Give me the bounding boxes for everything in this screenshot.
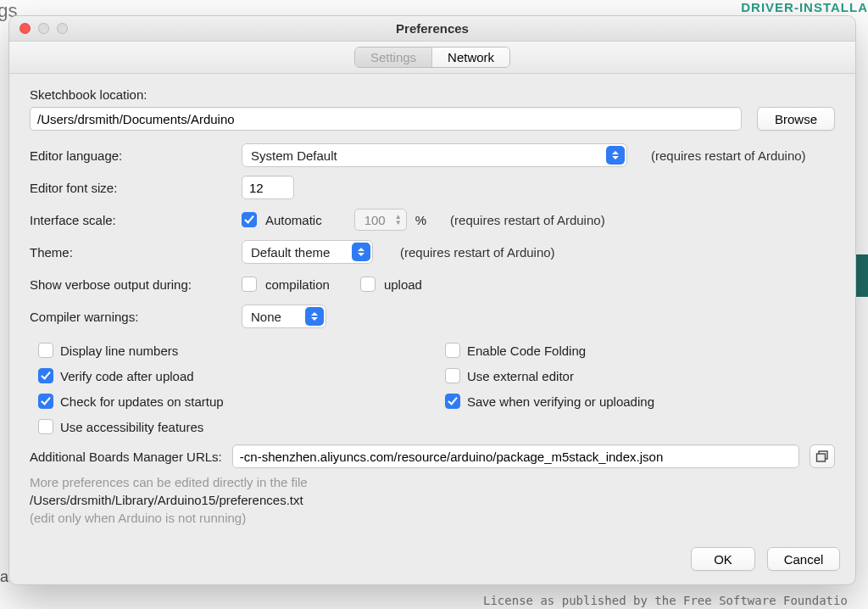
editor-language-select[interactable]: System Default — [242, 143, 627, 167]
accessibility-label: Use accessibility features — [60, 420, 203, 434]
bg-fragment-right: DRIVER-INSTALLA — [741, 0, 868, 14]
verbose-upload-label: upload — [384, 277, 422, 292]
theme-value: Default theme — [251, 245, 330, 260]
editor-language-label: Editor language: — [30, 148, 233, 163]
scale-stepper[interactable]: ▲▼ — [354, 209, 407, 231]
editor-language-value: System Default — [251, 148, 337, 163]
verify-after-upload-checkbox[interactable] — [38, 368, 53, 383]
compiler-warnings-label: Compiler warnings: — [30, 310, 233, 324]
theme-restart-note: (requires restart of Arduino) — [400, 245, 555, 260]
save-when-verifying-label: Save when verifying or uploading — [467, 394, 654, 409]
compiler-warnings-select[interactable]: None — [242, 304, 326, 328]
check-updates-checkbox[interactable] — [38, 394, 53, 409]
more-prefs-note: More preferences can be edited directly … — [30, 475, 835, 489]
tab-network[interactable]: Network — [431, 47, 509, 67]
cancel-button[interactable]: Cancel — [767, 547, 840, 571]
dialog-footer: OK Cancel — [9, 540, 855, 584]
check-updates-label: Check for updates on startup — [60, 394, 224, 409]
code-folding-checkbox[interactable] — [445, 343, 460, 358]
display-line-numbers-checkbox[interactable] — [38, 343, 53, 358]
bg-accent-bar — [855, 254, 868, 297]
tab-settings[interactable]: Settings — [355, 47, 431, 67]
chevron-updown-icon — [352, 243, 370, 261]
font-size-input[interactable] — [242, 176, 294, 199]
expand-urls-button[interactable] — [810, 444, 835, 468]
external-editor-checkbox[interactable] — [445, 368, 460, 383]
verbose-compilation-label: compilation — [265, 277, 330, 292]
svg-rect-1 — [817, 454, 826, 461]
boards-urls-label: Additional Boards Manager URLs: — [30, 450, 222, 464]
window-stack-icon — [815, 450, 829, 463]
content-area: Sketchbook location: Browse Editor langu… — [9, 74, 855, 540]
verbose-compilation-checkbox[interactable] — [242, 277, 257, 292]
boards-urls-input[interactable] — [232, 444, 799, 468]
preferences-dialog: Preferences Settings Network Sketchbook … — [8, 15, 856, 585]
automatic-scale-checkbox[interactable] — [242, 212, 257, 227]
scale-value-input — [355, 210, 391, 230]
prefs-file-path[interactable]: /Users/drsmith/Library/Arduino15/prefere… — [30, 493, 835, 507]
stepper-arrows-icon: ▲▼ — [391, 214, 406, 226]
window-title: Preferences — [9, 21, 855, 36]
compiler-warnings-value: None — [251, 310, 281, 324]
language-restart-note: (requires restart of Arduino) — [651, 148, 806, 163]
bg-license-text: License as published by the Free Softwar… — [483, 594, 868, 607]
scale-restart-note: (requires restart of Arduino) — [450, 213, 605, 227]
chevron-updown-icon — [305, 307, 324, 326]
sketchbook-location-label: Sketchbook location: — [30, 87, 835, 102]
verify-after-upload-label: Verify code after upload — [60, 369, 194, 383]
browse-button[interactable]: Browse — [757, 107, 835, 131]
automatic-scale-label: Automatic — [265, 213, 322, 227]
verbose-upload-checkbox[interactable] — [360, 277, 376, 292]
ok-button[interactable]: OK — [691, 547, 755, 571]
percent-label: % — [415, 213, 426, 227]
tab-segmented-control: Settings Network — [354, 47, 510, 68]
bg-fragment-a: a — [0, 568, 8, 586]
theme-label: Theme: — [30, 245, 233, 260]
save-when-verifying-checkbox[interactable] — [445, 394, 460, 409]
titlebar: Preferences — [9, 16, 855, 42]
display-line-numbers-label: Display line numbers — [60, 344, 178, 358]
font-size-label: Editor font size: — [30, 181, 233, 195]
theme-select[interactable]: Default theme — [242, 240, 373, 264]
interface-scale-label: Interface scale: — [30, 213, 233, 227]
accessibility-checkbox[interactable] — [38, 419, 53, 434]
sketchbook-path-input[interactable] — [30, 107, 742, 131]
tab-bar: Settings Network — [9, 42, 855, 74]
external-editor-label: Use external editor — [467, 369, 574, 383]
code-folding-label: Enable Code Folding — [467, 344, 586, 358]
chevron-updown-icon — [606, 146, 625, 165]
verbose-label: Show verbose output during: — [30, 277, 233, 292]
edit-warning-note: (edit only when Arduino is not running) — [30, 511, 835, 525]
